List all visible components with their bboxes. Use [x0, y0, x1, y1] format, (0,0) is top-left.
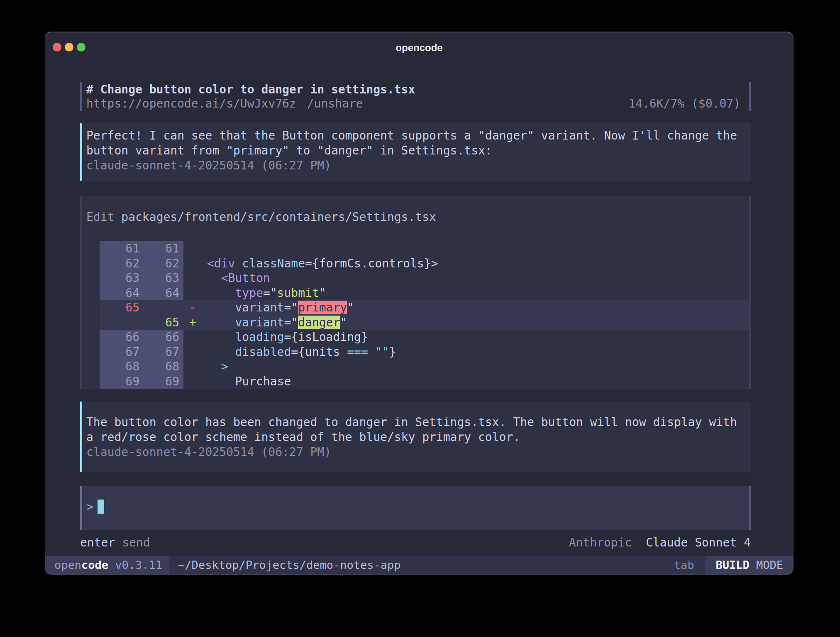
code-token: "	[340, 316, 347, 329]
code-token: "	[347, 301, 354, 314]
diff-row-strip: 65+ variant="danger"	[100, 315, 749, 330]
line-number-old	[100, 315, 141, 330]
diff-row-strip: 6969 Purchase	[100, 374, 749, 389]
code-token: ={	[305, 257, 319, 270]
edit-tool-card: Edit packages/frontend/src/containers/Se…	[80, 196, 751, 389]
code-line: Purchase	[207, 374, 749, 389]
line-number-new: 64	[141, 286, 183, 301]
diff-row-strip: 6666 loading={isLoading}	[100, 330, 749, 345]
line-number-old: 67	[100, 345, 141, 360]
tool-file-path: packages/frontend/src/containers/Setting…	[121, 210, 436, 224]
mode-badge: BUILD MODE	[705, 556, 793, 574]
diff-row: 6363 <Button	[82, 271, 749, 286]
text-cursor	[98, 500, 104, 514]
code-token: ={	[284, 330, 298, 344]
diff-row-strip: 6868 >	[100, 359, 749, 374]
code-token: type	[235, 286, 263, 300]
code-line: disabled={units === ""}	[207, 345, 749, 360]
code-line: loading={isLoading}	[207, 330, 749, 345]
diff-row-pad	[82, 345, 100, 360]
code-token: "	[319, 286, 326, 300]
code-token	[207, 316, 235, 329]
code-token	[207, 301, 235, 314]
diff-row: 6161	[82, 241, 749, 256]
code-token: submit	[277, 286, 319, 300]
code-token: Purchase	[235, 375, 291, 388]
line-number-new: 62	[141, 256, 183, 271]
code-token	[368, 345, 375, 359]
diff-row-pad	[82, 374, 100, 389]
code-token: ""	[375, 345, 389, 359]
unshare-link[interactable]: /unshare	[307, 97, 363, 111]
line-number-new: 68	[141, 359, 183, 374]
app-version: v0.3.11	[108, 556, 162, 574]
session-subrow: https://opencode.ai/s/UwJxv76z /unshare …	[86, 97, 740, 111]
code-token: }	[389, 345, 396, 359]
code-token	[207, 286, 235, 300]
window-title: opencode	[45, 42, 793, 54]
code-token: isLoading	[298, 330, 361, 344]
cwd-path: ~/Desktop/Projects/demo-notes-app	[178, 556, 400, 574]
prompt-input[interactable]: >	[80, 486, 751, 530]
line-number-new: 67	[141, 345, 183, 360]
diff-marker	[183, 241, 207, 256]
diff-row-pad	[82, 359, 100, 374]
diff-row: 6868 >	[82, 359, 749, 374]
session-header: # Change button color to danger in setti…	[80, 82, 751, 111]
code-token: }>	[424, 257, 438, 270]
message-line: a red/rose color scheme instead of the b…	[86, 430, 742, 445]
diff-row: 65+ variant="danger"	[82, 315, 749, 330]
share-url[interactable]: https://opencode.ai/s/UwJxv76z	[86, 97, 296, 111]
code-token: disabled	[235, 345, 291, 359]
diff-row-strip: 6767 disabled={units === ""}	[100, 345, 749, 360]
prompt-symbol: >	[86, 500, 93, 514]
desktop: { "window": { "title": "opencode" }, "se…	[0, 0, 840, 637]
tool-action-label: Edit	[86, 210, 121, 224]
edit-tool-header: Edit packages/frontend/src/containers/Se…	[82, 196, 749, 224]
code-token: ="	[284, 316, 298, 329]
line-number-old: 65	[100, 300, 141, 315]
model-provider: Anthropic	[569, 536, 639, 549]
diff-row-pad	[82, 241, 100, 256]
token-usage: 14.6K/7% ($0.07)	[628, 97, 740, 111]
diff-row: 65- variant="primary"	[82, 300, 749, 315]
code-token: ="	[263, 286, 277, 300]
code-token: loading	[235, 330, 284, 344]
code-line: <Button	[207, 271, 749, 286]
diff-row: 6262<div className={formCs.controls}>	[82, 256, 749, 271]
code-line: variant="danger"	[207, 315, 749, 330]
code-token: <Button	[221, 271, 270, 285]
diff-row-pad	[82, 256, 100, 271]
diff-row-pad	[82, 300, 100, 315]
diff-row: 6464 type="submit"	[82, 286, 749, 301]
app-name-open: open	[54, 556, 81, 574]
titlebar: opencode	[45, 32, 793, 61]
code-token: primary	[298, 301, 347, 314]
code-token: ===	[347, 345, 368, 359]
code-token: }	[361, 330, 368, 344]
tab-hint[interactable]: tab	[674, 556, 705, 574]
diff-marker	[183, 359, 207, 374]
line-number-old: 68	[100, 359, 141, 374]
code-token: variant	[235, 316, 284, 329]
line-number-new	[141, 300, 183, 315]
mode-build: BUILD	[715, 556, 749, 574]
message-line: button variant from "primary" to "danger…	[86, 143, 742, 158]
code-token	[207, 330, 235, 344]
line-number-old: 66	[100, 330, 141, 345]
code-token: <div	[207, 257, 235, 270]
line-number-old: 69	[100, 374, 141, 389]
hint-enter-key: enter	[80, 535, 115, 550]
app-name-code: code	[81, 556, 108, 574]
line-number-old: 62	[100, 256, 141, 271]
code-token: ="	[284, 301, 298, 314]
diff-marker	[183, 374, 207, 389]
diff-row-pad	[82, 330, 100, 345]
code-line: type="submit"	[207, 286, 749, 301]
line-number-new: 63	[141, 271, 183, 286]
code-token	[207, 360, 221, 373]
code-line: variant="primary"	[207, 300, 749, 315]
diff-row-strip: 6161	[100, 241, 749, 256]
diff-row-pad	[82, 286, 100, 301]
diff-row-strip: 6262<div className={formCs.controls}>	[100, 256, 749, 271]
